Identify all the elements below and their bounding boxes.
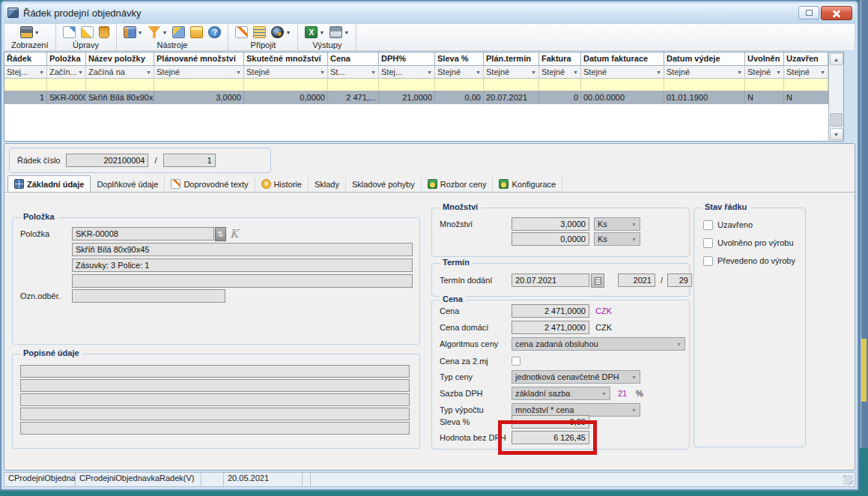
filter-input[interactable] bbox=[745, 79, 784, 91]
column-header[interactable]: Uzavřen bbox=[784, 52, 828, 66]
price-field[interactable]: 2 471,0000 bbox=[512, 304, 589, 318]
resize-grip[interactable] bbox=[843, 475, 853, 485]
domestic-price-field[interactable]: 2 471,0000 bbox=[512, 321, 589, 334]
filter-operator-dropdown[interactable]: Stejné▼ bbox=[435, 66, 484, 79]
dropdown-arrow-icon[interactable]: ▼ bbox=[285, 30, 291, 35]
tab-rozbor-ceny[interactable]: Rozbor ceny bbox=[422, 176, 494, 192]
column-header[interactable]: Plánované množství bbox=[154, 52, 244, 66]
filter-operator-dropdown[interactable]: Stejné▼ bbox=[784, 66, 828, 79]
actual-quantity-field[interactable]: 0,0000 bbox=[512, 232, 589, 246]
tab-doprovodne-texty[interactable]: Doprovodné texty bbox=[165, 176, 255, 192]
grid-cell[interactable]: Skříň Bílá 80x90x45 bbox=[86, 91, 154, 104]
grid-data-row[interactable]: 1SKR-00008Skříň Bílá 80x90x453,00000,000… bbox=[4, 91, 828, 104]
item-lookup-button[interactable]: ⇅ bbox=[215, 227, 226, 241]
restore-button[interactable] bbox=[798, 6, 819, 19]
item-name-field[interactable]: Skříň Bílá 80x90x45 bbox=[72, 243, 413, 256]
tab-sklady[interactable]: Sklady bbox=[309, 176, 346, 192]
filter-input[interactable] bbox=[154, 79, 244, 91]
filter-icon-button[interactable]: ▼ bbox=[148, 26, 167, 38]
filter-operator-dropdown[interactable]: Stejné▼ bbox=[154, 66, 244, 79]
column-header[interactable]: Položka bbox=[47, 52, 86, 66]
tab-skladove-pohyby[interactable]: Skladové pohyby bbox=[346, 176, 422, 192]
attach-media-icon-button[interactable]: ▼ bbox=[271, 26, 291, 38]
item-code-field[interactable]: SKR-00008 bbox=[72, 227, 214, 241]
item-catalog-icon[interactable]: K bbox=[230, 227, 238, 241]
filter-operator-dropdown[interactable]: Stej...▼ bbox=[379, 66, 435, 79]
vat-rate-dropdown[interactable]: základní sazba▼ bbox=[512, 387, 610, 400]
tab-doplnkove-udaje[interactable]: Doplňkové údaje bbox=[91, 176, 165, 192]
column-header[interactable]: Faktura bbox=[539, 52, 581, 66]
excel-export-icon-button[interactable]: X▼ bbox=[305, 26, 324, 38]
grid-cell[interactable]: 3,0000 bbox=[154, 91, 244, 104]
column-header[interactable]: Datum výdeje bbox=[664, 52, 745, 66]
filter-operator-dropdown[interactable]: Stejné▼ bbox=[581, 66, 664, 79]
dropdown-arrow-icon[interactable]: ▼ bbox=[319, 30, 324, 35]
scrollbar-thumb[interactable] bbox=[830, 113, 843, 127]
attach-note-icon-button[interactable] bbox=[235, 26, 248, 38]
week-field[interactable]: 29 bbox=[667, 273, 692, 287]
filter-input[interactable] bbox=[664, 79, 745, 91]
filter-operator-dropdown[interactable]: Stej...▼ bbox=[4, 66, 47, 79]
tab-konfigurace[interactable]: Konfigurace bbox=[493, 176, 562, 192]
copy-icon-button[interactable] bbox=[172, 26, 185, 38]
scroll-up-icon[interactable]: ▲ bbox=[830, 53, 843, 65]
filter-operator-dropdown[interactable]: St...▼ bbox=[328, 66, 379, 79]
calendar-button[interactable] bbox=[591, 273, 604, 288]
column-header[interactable]: Plán.termín bbox=[484, 52, 539, 66]
price-per-unit2-checkbox[interactable] bbox=[512, 357, 521, 366]
filter-input[interactable] bbox=[47, 79, 86, 91]
grid-cell[interactable]: 0,00 bbox=[435, 91, 484, 104]
uzavreno-checkbox[interactable] bbox=[703, 220, 713, 230]
description-field[interactable] bbox=[20, 408, 410, 420]
line-number-field[interactable]: 202100004 bbox=[66, 154, 148, 167]
prevedeno-do-vyroby-checkbox[interactable] bbox=[703, 256, 713, 266]
filter-operator-dropdown[interactable]: Stejné▼ bbox=[664, 66, 745, 79]
view-settings-icon-button[interactable]: ▼ bbox=[124, 26, 143, 38]
filter-operator-dropdown[interactable]: Stejné▼ bbox=[484, 66, 539, 79]
year-field[interactable]: 2021 bbox=[618, 273, 655, 287]
filter-operator-dropdown[interactable]: Stejné▼ bbox=[745, 66, 784, 79]
grid-cell[interactable]: 20.07.2021 bbox=[484, 91, 539, 104]
filter-input[interactable] bbox=[4, 79, 47, 91]
grid-cell[interactable]: 2 471,... bbox=[328, 91, 379, 104]
filter-operator-dropdown[interactable]: Stejné▼ bbox=[539, 66, 581, 79]
view-icon-button[interactable]: ▼ bbox=[20, 26, 40, 38]
archive-icon-button[interactable] bbox=[190, 26, 203, 38]
filter-input[interactable] bbox=[86, 79, 154, 91]
unit2-dropdown[interactable]: Ks▼ bbox=[594, 232, 640, 246]
quantity-field[interactable]: 3,0000 bbox=[512, 217, 589, 231]
line-order-field[interactable]: 1 bbox=[163, 154, 216, 167]
price-algorithm-dropdown[interactable]: cena zadaná obsluhou▼ bbox=[512, 337, 685, 351]
description-field[interactable] bbox=[20, 379, 410, 392]
filter-operator-dropdown[interactable]: Stejné▼ bbox=[244, 66, 328, 79]
dropdown-arrow-icon[interactable]: ▼ bbox=[34, 30, 40, 35]
tab-historie[interactable]: Historie bbox=[255, 176, 309, 192]
new-record-icon-button[interactable] bbox=[63, 26, 76, 38]
delivery-date-field[interactable]: 20.07.2021 bbox=[512, 273, 589, 287]
item-description2-field[interactable] bbox=[72, 274, 413, 288]
uvolneno-pro-vyrobu-checkbox[interactable] bbox=[703, 238, 713, 248]
column-header[interactable]: Název položky bbox=[86, 52, 154, 66]
grid-cell[interactable]: N bbox=[745, 91, 784, 104]
filter-input[interactable] bbox=[484, 79, 539, 91]
grid-cell[interactable]: 21,0000 bbox=[379, 91, 435, 104]
filter-input[interactable] bbox=[328, 79, 379, 91]
description-field[interactable] bbox=[20, 422, 410, 435]
filter-input[interactable] bbox=[435, 79, 484, 91]
grid-cell[interactable]: 0 bbox=[539, 91, 581, 104]
dropdown-arrow-icon[interactable]: ▼ bbox=[138, 30, 143, 35]
description-field[interactable] bbox=[20, 393, 410, 406]
grid-vertical-scrollbar[interactable]: ▲ ▼ bbox=[828, 52, 843, 141]
filter-operator-dropdown[interactable]: Začíná na▼ bbox=[86, 66, 154, 79]
filter-input[interactable] bbox=[581, 79, 664, 91]
tab-zakladni-udaje[interactable]: Základní údaje bbox=[7, 175, 91, 192]
scroll-down-icon[interactable]: ▼ bbox=[830, 128, 843, 140]
item-description-field[interactable]: Zásuvky: 3 Police: 1 bbox=[72, 258, 413, 272]
column-header[interactable]: Uvolněn bbox=[745, 52, 784, 66]
price-type-dropdown[interactable]: jednotková cenavčetně DPH▼ bbox=[512, 370, 640, 384]
close-button[interactable] bbox=[821, 6, 852, 20]
filter-input[interactable] bbox=[379, 79, 435, 91]
grid-cell[interactable]: 0,0000 bbox=[244, 91, 328, 104]
column-header[interactable]: Sleva % bbox=[435, 52, 484, 66]
grid-cell[interactable]: 1 bbox=[4, 91, 47, 104]
